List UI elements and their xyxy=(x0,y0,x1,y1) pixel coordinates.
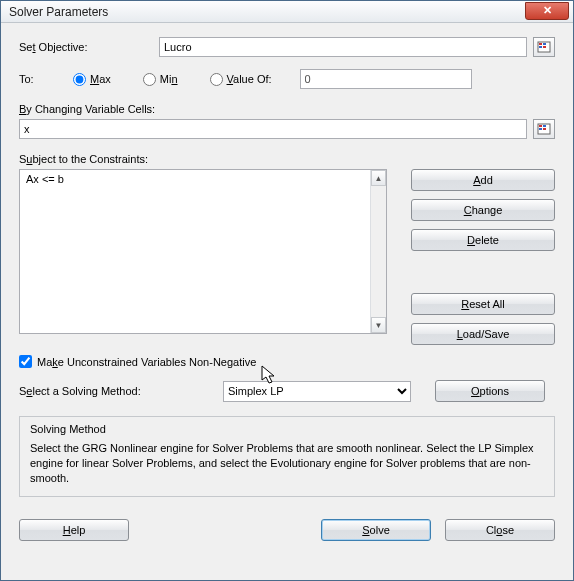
help-button[interactable]: Help xyxy=(19,519,129,541)
delete-button[interactable]: Delete xyxy=(411,229,555,251)
window-title: Solver Parameters xyxy=(9,5,525,19)
titlebar: Solver Parameters ✕ xyxy=(1,1,573,23)
close-button[interactable]: Close xyxy=(445,519,555,541)
to-label: To: xyxy=(19,73,69,85)
options-button[interactable]: Options xyxy=(435,380,545,402)
solving-method-description: Solving Method Select the GRG Nonlinear … xyxy=(19,416,555,497)
objective-input[interactable] xyxy=(159,37,527,57)
desc-text: Select the GRG Nonlinear engine for Solv… xyxy=(30,441,544,486)
svg-rect-4 xyxy=(543,46,546,48)
desc-title: Solving Method xyxy=(30,423,544,435)
objective-range-picker-icon[interactable] xyxy=(533,37,555,57)
method-label: Select a Solving Method: xyxy=(19,385,199,397)
to-max-radio[interactable]: Max xyxy=(73,73,111,86)
changing-cells-input[interactable] xyxy=(19,119,527,139)
to-valueof-radio[interactable]: Value Of: xyxy=(210,73,272,86)
constraints-label: Subject to the Constraints: xyxy=(19,153,148,165)
scroll-down-icon[interactable]: ▼ xyxy=(371,317,386,333)
scrollbar[interactable]: ▲ ▼ xyxy=(370,170,386,333)
svg-rect-8 xyxy=(539,128,542,130)
svg-rect-7 xyxy=(543,125,546,127)
svg-rect-2 xyxy=(543,43,546,45)
svg-rect-6 xyxy=(539,125,542,127)
solver-parameters-dialog: Solver Parameters ✕ Set Objective: To: M… xyxy=(0,0,574,581)
load-save-button[interactable]: Load/Save xyxy=(411,323,555,345)
to-min-radio[interactable]: Min xyxy=(143,73,178,86)
change-button[interactable]: Change xyxy=(411,199,555,221)
method-select[interactable]: Simplex LP xyxy=(223,381,411,402)
nonneg-checkbox[interactable] xyxy=(19,355,32,368)
constraint-item[interactable]: Ax <= b xyxy=(26,173,380,185)
cells-range-picker-icon[interactable] xyxy=(533,119,555,139)
content-area: Set Objective: To: Max Min Value Of: xyxy=(1,23,573,551)
svg-rect-1 xyxy=(539,43,542,45)
close-icon[interactable]: ✕ xyxy=(525,2,569,20)
set-objective-label: Set Objective: xyxy=(19,41,159,53)
reset-all-button[interactable]: Reset All xyxy=(411,293,555,315)
nonneg-label: Make Unconstrained Variables Non-Negativ… xyxy=(37,356,256,368)
add-button[interactable]: Add xyxy=(411,169,555,191)
changing-cells-label: By Changing Variable Cells: xyxy=(19,103,155,115)
svg-rect-3 xyxy=(539,46,542,48)
solve-button[interactable]: Solve xyxy=(321,519,431,541)
constraints-listbox[interactable]: Ax <= b ▲ ▼ xyxy=(19,169,387,334)
svg-rect-9 xyxy=(543,128,546,130)
scroll-up-icon[interactable]: ▲ xyxy=(371,170,386,186)
valueof-input[interactable] xyxy=(300,69,472,89)
